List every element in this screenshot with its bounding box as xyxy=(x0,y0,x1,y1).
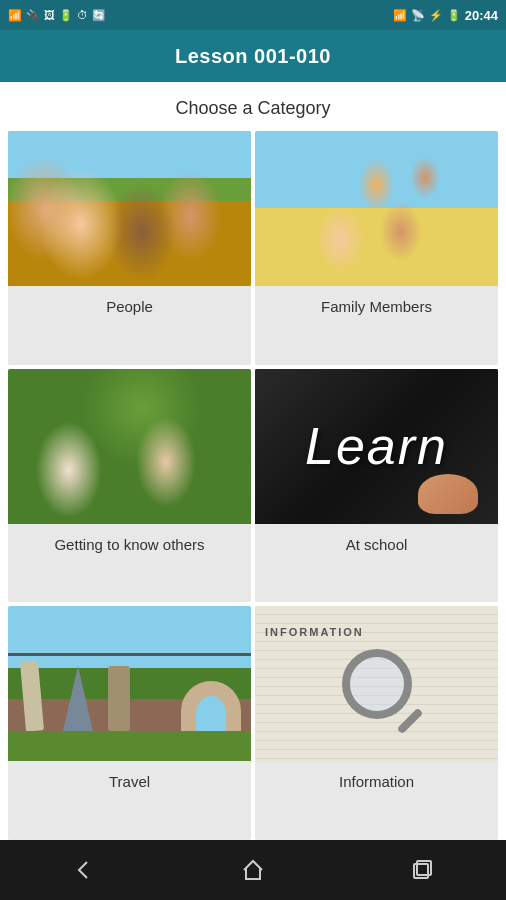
clock: 20:44 xyxy=(465,8,498,23)
family-label: Family Members xyxy=(255,286,498,327)
category-item-travel[interactable]: Travel xyxy=(8,606,251,840)
battery-icon: 🔋 xyxy=(447,9,461,22)
category-item-people[interactable]: People xyxy=(8,131,251,365)
venice-tower xyxy=(108,666,130,731)
info-newspaper-text: INFORMATION xyxy=(265,626,488,638)
eiffel-tower xyxy=(63,666,93,731)
image-icon: 🖼 xyxy=(44,9,55,21)
speed-icon: ⏱ xyxy=(77,9,88,21)
home-icon xyxy=(241,858,265,882)
colosseum-arch xyxy=(196,696,226,731)
recent-icon xyxy=(410,858,434,882)
battery-saver-icon: 🔋 xyxy=(59,9,73,22)
recent-button[interactable] xyxy=(397,850,447,890)
back-icon xyxy=(72,858,96,882)
category-item-family[interactable]: Family Members xyxy=(255,131,498,365)
wifi-icon: 📶 xyxy=(393,9,407,22)
category-subtitle: Choose a Category xyxy=(0,82,506,131)
people-label: People xyxy=(8,286,251,327)
travel-photo xyxy=(8,606,251,761)
getting-image xyxy=(8,369,251,524)
getting-photo xyxy=(8,369,251,524)
nav-bar xyxy=(0,840,506,900)
category-item-getting[interactable]: Getting to know others xyxy=(8,369,251,603)
info-photo: INFORMATION xyxy=(255,606,498,761)
family-photo xyxy=(255,131,498,286)
colosseum xyxy=(181,681,241,731)
signal-icon: 📡 xyxy=(411,9,425,22)
status-bar: 📶 🔌 🖼 🔋 ⏱ 🔄 📶 📡 ⚡ 🔋 20:44 xyxy=(0,0,506,30)
school-label: At school xyxy=(255,524,498,565)
header: Lesson 001-010 xyxy=(0,30,506,82)
travel-image xyxy=(8,606,251,761)
magnifier-icon xyxy=(342,649,412,719)
charging-icon: ⚡ xyxy=(429,9,443,22)
usb-icon: 🔌 xyxy=(26,9,40,22)
category-item-info[interactable]: INFORMATION Information xyxy=(255,606,498,840)
family-image xyxy=(255,131,498,286)
antenna-icon: 📶 xyxy=(8,9,22,22)
getting-label: Getting to know others xyxy=(8,524,251,565)
status-bar-icons: 📶 🔌 🖼 🔋 ⏱ 🔄 xyxy=(8,9,106,22)
travel-ground xyxy=(8,731,251,761)
info-label: Information xyxy=(255,761,498,802)
people-photo xyxy=(8,131,251,286)
main-content: Choose a Category People Family Members … xyxy=(0,82,506,840)
status-bar-right: 📶 📡 ⚡ 🔋 20:44 xyxy=(393,8,498,23)
back-button[interactable] xyxy=(59,850,109,890)
category-grid: People Family Members Getting to know ot… xyxy=(0,131,506,840)
sync-icon: 🔄 xyxy=(92,9,106,22)
travel-label: Travel xyxy=(8,761,251,802)
home-button[interactable] xyxy=(228,850,278,890)
school-image: Learn xyxy=(255,369,498,524)
chalk-hand xyxy=(418,474,478,514)
info-image: INFORMATION xyxy=(255,606,498,761)
people-image xyxy=(8,131,251,286)
learn-text: Learn xyxy=(305,416,448,476)
school-photo: Learn xyxy=(255,369,498,524)
category-item-school[interactable]: Learn At school xyxy=(255,369,498,603)
pisa-tower xyxy=(20,661,44,732)
lesson-title: Lesson 001-010 xyxy=(175,45,331,68)
